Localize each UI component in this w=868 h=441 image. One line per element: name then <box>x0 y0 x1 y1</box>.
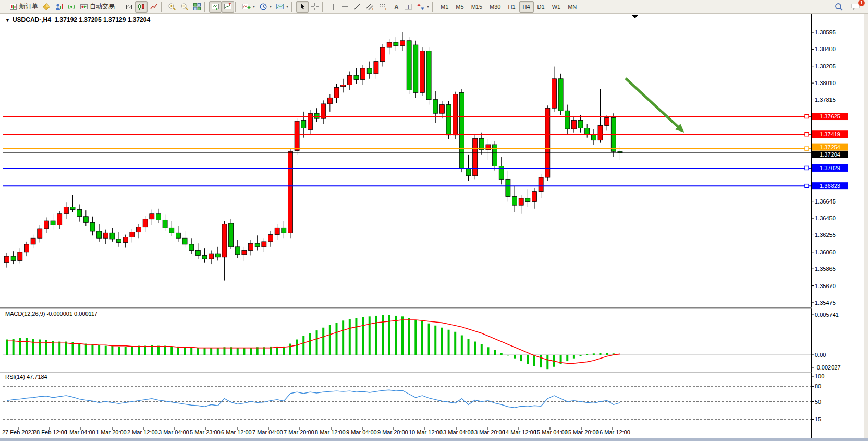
candle <box>539 177 543 192</box>
candle <box>545 108 550 177</box>
svg-text:1.36450: 1.36450 <box>815 215 836 221</box>
candle <box>578 120 583 128</box>
svg-text:1.35670: 1.35670 <box>815 283 836 289</box>
candle <box>605 118 609 126</box>
svg-text:1.38010: 1.38010 <box>815 80 836 86</box>
candle <box>18 252 22 261</box>
chart-symbol-period: USDCAD-,H4 <box>13 16 51 23</box>
candle <box>169 228 174 233</box>
chart-background <box>0 14 868 441</box>
candle <box>361 68 365 80</box>
macd-signal-value: 0.000117 <box>74 311 97 317</box>
candle <box>439 105 444 114</box>
candle <box>565 111 570 129</box>
svg-text:1.37625: 1.37625 <box>820 113 840 120</box>
svg-text:1.37815: 1.37815 <box>815 97 836 103</box>
candle <box>532 192 537 202</box>
svg-text:15 Mar 20:00: 15 Mar 20:00 <box>565 429 599 435</box>
candle <box>308 113 312 130</box>
rsi-indicator-label: RSI(14) 47.7184 <box>5 374 47 380</box>
svg-text:100: 100 <box>815 373 824 379</box>
candle <box>143 219 148 227</box>
candle <box>176 233 180 238</box>
svg-text:5 Mar 23:00: 5 Mar 23:00 <box>190 429 221 435</box>
svg-text:1.37254: 1.37254 <box>820 144 840 150</box>
svg-text:1 Mar 04:00: 1 Mar 04:00 <box>65 429 95 435</box>
candle <box>459 92 464 168</box>
chart-title: ▼USDCAD-,H4 1.37192 1.37205 1.37129 1.37… <box>5 16 150 23</box>
candle <box>70 207 75 209</box>
candle <box>341 85 346 86</box>
svg-text:1.36823: 1.36823 <box>820 183 840 189</box>
svg-text:7 Mar 04:00: 7 Mar 04:00 <box>252 429 283 435</box>
candle <box>433 100 438 114</box>
candle <box>334 87 339 98</box>
candle <box>242 250 247 254</box>
candle <box>163 220 167 228</box>
candle <box>288 151 292 233</box>
svg-text:1.38205: 1.38205 <box>815 63 836 69</box>
collapse-icon[interactable]: ▼ <box>5 18 10 23</box>
svg-text:1.35475: 1.35475 <box>815 300 836 306</box>
svg-text:14 Mar 12:00: 14 Mar 12:00 <box>503 429 536 435</box>
candle <box>215 254 220 257</box>
candle <box>249 243 253 250</box>
svg-text:0.005741: 0.005741 <box>815 312 839 318</box>
candle <box>255 243 260 247</box>
candle <box>387 42 392 47</box>
candle <box>137 227 141 232</box>
candle <box>222 224 227 257</box>
candle <box>130 232 135 237</box>
candle <box>552 79 556 108</box>
candle <box>24 244 29 252</box>
candle <box>77 209 82 216</box>
svg-text:-0.002027: -0.002027 <box>815 364 841 371</box>
candle <box>453 94 458 135</box>
svg-text:1.38595: 1.38595 <box>815 29 836 35</box>
candle <box>44 221 48 229</box>
candle <box>571 120 576 129</box>
candle <box>525 198 530 202</box>
svg-text:1.37204: 1.37204 <box>820 151 840 158</box>
candle <box>64 207 68 213</box>
svg-text:1.38400: 1.38400 <box>815 46 836 52</box>
candle <box>506 179 510 196</box>
svg-text:1.36645: 1.36645 <box>815 198 836 205</box>
candle <box>90 222 95 231</box>
candle <box>327 98 332 104</box>
svg-text:1.37029: 1.37029 <box>820 165 840 171</box>
svg-text:1.36255: 1.36255 <box>815 232 836 238</box>
candle <box>413 45 418 92</box>
svg-text:0.00: 0.00 <box>815 352 826 358</box>
svg-text:9 Mar 20:00: 9 Mar 20:00 <box>377 429 408 435</box>
svg-text:28 Feb 12:00: 28 Feb 12:00 <box>33 429 67 435</box>
candle <box>195 250 200 255</box>
price-chart: 1.385951.384001.382051.380101.378151.366… <box>0 0 868 441</box>
taskbar-edge <box>0 438 868 441</box>
candle <box>156 214 161 220</box>
candle <box>209 254 214 259</box>
line-handle[interactable] <box>805 147 809 150</box>
candle <box>11 256 16 260</box>
candle <box>57 214 62 225</box>
candle <box>103 233 108 238</box>
macd-value: -0.000001 <box>46 311 72 317</box>
line-handle[interactable] <box>805 166 809 170</box>
line-handle[interactable] <box>805 115 809 118</box>
svg-text:13 Mar 20:00: 13 Mar 20:00 <box>471 429 505 435</box>
line-handle[interactable] <box>805 184 809 188</box>
candle <box>394 42 398 46</box>
candle <box>585 128 590 134</box>
chart-ohlc-readout: 1.37192 1.37205 1.37129 1.37204 <box>55 16 151 23</box>
line-handle[interactable] <box>805 133 809 136</box>
candle <box>189 244 194 251</box>
svg-text:15 Mar 04:00: 15 Mar 04:00 <box>534 429 568 435</box>
candle <box>426 51 431 100</box>
macd-indicator-label: MACD(12,26,9) -0.000001 0.000117 <box>5 311 97 317</box>
candle <box>110 233 115 239</box>
candle <box>381 47 385 62</box>
candle <box>598 125 603 140</box>
candle <box>591 134 596 140</box>
candle <box>182 238 187 244</box>
candle <box>275 228 279 234</box>
